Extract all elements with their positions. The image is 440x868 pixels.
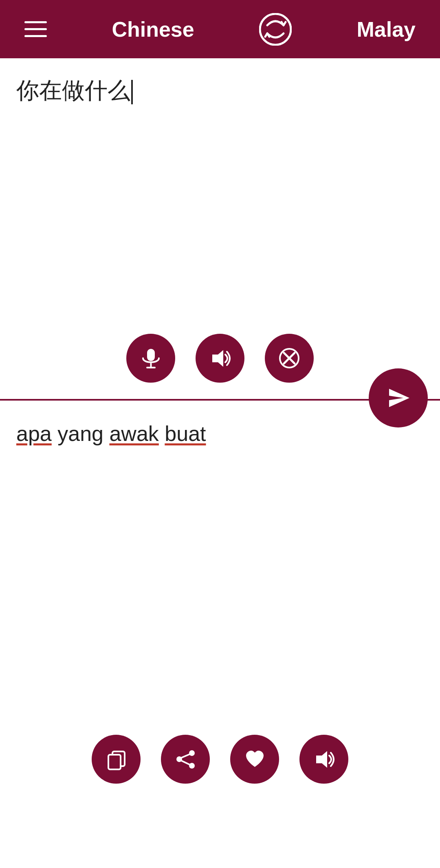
output-speaker-button[interactable] xyxy=(299,735,348,784)
output-controls xyxy=(0,735,440,784)
input-controls xyxy=(0,334,440,383)
translated-word-2[interactable]: yang xyxy=(57,422,109,445)
speaker-button[interactable] xyxy=(196,334,244,383)
output-section: apa yang awak buat xyxy=(0,401,440,808)
swap-languages-icon[interactable] xyxy=(259,13,292,46)
translated-word-4[interactable]: buat xyxy=(165,422,206,445)
svg-point-0 xyxy=(260,14,291,45)
svg-point-11 xyxy=(189,750,195,756)
source-language-label[interactable]: Chinese xyxy=(112,17,194,42)
svg-point-13 xyxy=(189,763,195,769)
target-language-label[interactable]: Malay xyxy=(356,17,416,42)
app-header: Chinese Malay xyxy=(0,0,440,58)
svg-marker-16 xyxy=(316,751,327,768)
source-text-input[interactable]: 你在做什么 xyxy=(16,75,424,106)
microphone-button[interactable] xyxy=(126,334,175,383)
translated-word-1[interactable]: apa xyxy=(16,422,52,445)
svg-marker-4 xyxy=(212,350,223,367)
svg-marker-8 xyxy=(389,389,409,407)
svg-rect-10 xyxy=(108,755,121,769)
share-button[interactable] xyxy=(161,735,210,784)
copy-button[interactable] xyxy=(92,735,141,784)
translated-word-3[interactable]: awak xyxy=(109,422,158,445)
clear-button[interactable] xyxy=(265,334,314,383)
favorite-button[interactable] xyxy=(230,735,279,784)
menu-button[interactable] xyxy=(24,21,47,37)
svg-line-15 xyxy=(182,761,189,764)
svg-line-14 xyxy=(182,754,189,758)
input-section: 你在做什么 xyxy=(0,58,440,401)
translate-button[interactable] xyxy=(369,368,428,427)
translated-text: apa yang awak buat xyxy=(16,417,424,451)
svg-rect-1 xyxy=(147,349,155,361)
